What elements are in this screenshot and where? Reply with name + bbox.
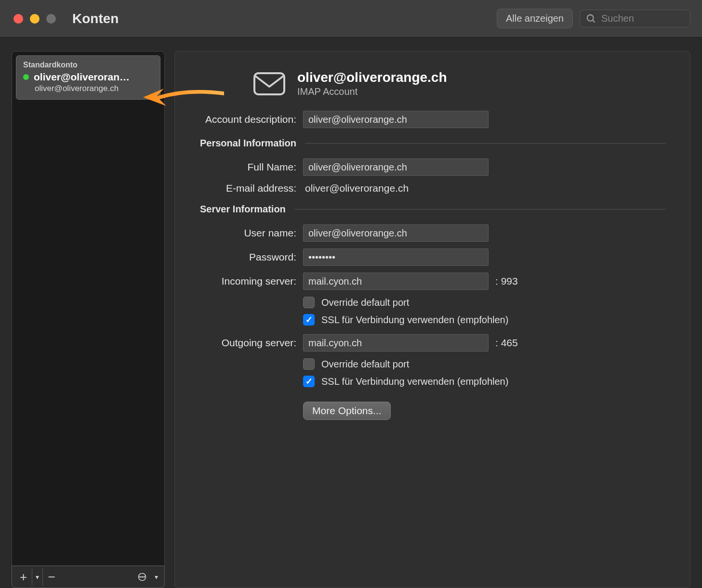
- traffic-lights: [13, 14, 56, 24]
- outgoing-server-input[interactable]: [303, 334, 489, 352]
- search-field[interactable]: [580, 10, 690, 27]
- outgoing-override-port-checkbox[interactable]: [303, 358, 315, 370]
- incoming-override-port-label: Override default port: [321, 297, 409, 308]
- outgoing-ssl-label: SSL für Verbindung verwenden (empfohlen): [321, 376, 508, 387]
- svg-point-3: [140, 576, 141, 577]
- incoming-server-input[interactable]: [303, 273, 489, 290]
- svg-rect-6: [254, 73, 284, 94]
- incoming-override-port-checkbox[interactable]: [303, 297, 315, 308]
- password-input[interactable]: [303, 248, 489, 266]
- outgoing-override-port-label: Override default port: [321, 359, 409, 370]
- incoming-port: : 993: [495, 275, 518, 287]
- row-account-description: Account description:: [189, 111, 666, 128]
- search-input[interactable]: [601, 13, 702, 24]
- more-options-button[interactable]: More Options...: [303, 402, 391, 420]
- show-all-button[interactable]: Alle anzeigen: [497, 9, 573, 28]
- email-label: E-mail address:: [189, 183, 296, 194]
- row-incoming: Incoming server: : 993: [189, 273, 666, 290]
- account-name-row: oliver@oliveroran…: [23, 71, 153, 83]
- sidebar-footer: + ▾ − ▾: [12, 566, 165, 588]
- incoming-ssl-checkbox[interactable]: [303, 314, 315, 326]
- status-online-icon: [23, 74, 29, 80]
- titlebar: Konten Alle anzeigen: [0, 0, 702, 38]
- outgoing-ssl-checkbox[interactable]: [303, 376, 315, 387]
- outgoing-port: : 465: [495, 337, 518, 349]
- divider-line: [305, 143, 666, 144]
- close-window-button[interactable]: [13, 14, 23, 24]
- svg-point-0: [587, 14, 594, 21]
- email-value: oliver@oliverorange.ch: [303, 183, 409, 194]
- account-header: oliver@oliverorange.ch IMAP Account: [252, 70, 666, 97]
- add-account-dropdown[interactable]: ▾: [32, 568, 43, 586]
- content-area: Standardkonto oliver@oliveroran… oliver@…: [0, 38, 702, 588]
- account-description-input[interactable]: [303, 111, 489, 128]
- row-full-name: Full Name:: [189, 158, 666, 176]
- svg-point-5: [144, 576, 145, 577]
- row-outgoing: Outgoing server: : 465: [189, 334, 666, 352]
- account-name: oliver@oliveroran…: [34, 71, 130, 83]
- row-outgoing-override-port: Override default port: [303, 358, 666, 370]
- password-label: Password:: [189, 251, 296, 263]
- accounts-list: Standardkonto oliver@oliveroran… oliver@…: [12, 51, 165, 566]
- account-header-text: oliver@oliverorange.ch IMAP Account: [297, 70, 447, 97]
- toolbar-right: Alle anzeigen: [497, 9, 690, 28]
- server-section-title: Server Information: [200, 204, 286, 215]
- svg-line-1: [593, 20, 595, 22]
- search-icon: [586, 13, 596, 24]
- section-server: Server Information: [200, 204, 666, 215]
- account-options-dropdown[interactable]: ▾: [151, 568, 161, 586]
- personal-section-title: Personal Information: [200, 138, 296, 149]
- user-name-label: User name:: [189, 227, 296, 239]
- full-name-label: Full Name:: [189, 161, 296, 173]
- add-account-button[interactable]: +: [15, 568, 32, 586]
- row-password: Password:: [189, 248, 666, 266]
- outgoing-server-label: Outgoing server:: [189, 337, 296, 349]
- svg-point-4: [142, 576, 143, 577]
- section-personal: Personal Information: [200, 138, 666, 149]
- default-account-label: Standardkonto: [23, 61, 153, 69]
- account-subheading: IMAP Account: [297, 86, 447, 97]
- row-incoming-ssl: SSL für Verbindung verwenden (empfohlen): [303, 314, 666, 326]
- account-description-label: Account description:: [189, 114, 296, 125]
- account-heading: oliver@oliverorange.ch: [297, 70, 447, 85]
- window-title: Konten: [72, 11, 119, 26]
- remove-account-button[interactable]: −: [43, 568, 60, 586]
- mail-icon: [252, 70, 287, 97]
- minimize-window-button[interactable]: [30, 14, 40, 24]
- divider-line: [294, 209, 666, 209]
- sidebar: Standardkonto oliver@oliveroran… oliver@…: [12, 51, 165, 588]
- details-panel: oliver@oliverorange.ch IMAP Account Acco…: [174, 51, 690, 588]
- account-options-button[interactable]: [133, 568, 151, 586]
- maximize-window-button[interactable]: [46, 14, 56, 24]
- row-user-name: User name:: [189, 224, 666, 242]
- account-email: oliver@oliverorange.ch: [35, 84, 153, 93]
- row-email: E-mail address: oliver@oliverorange.ch: [189, 183, 666, 194]
- row-outgoing-ssl: SSL für Verbindung verwenden (empfohlen): [303, 376, 666, 387]
- incoming-server-label: Incoming server:: [189, 275, 296, 287]
- full-name-input[interactable]: [303, 158, 489, 176]
- incoming-ssl-label: SSL für Verbindung verwenden (empfohlen): [321, 314, 508, 326]
- account-list-item[interactable]: Standardkonto oliver@oliveroran… oliver@…: [16, 55, 160, 100]
- user-name-input[interactable]: [303, 224, 489, 242]
- row-incoming-override-port: Override default port: [303, 297, 666, 308]
